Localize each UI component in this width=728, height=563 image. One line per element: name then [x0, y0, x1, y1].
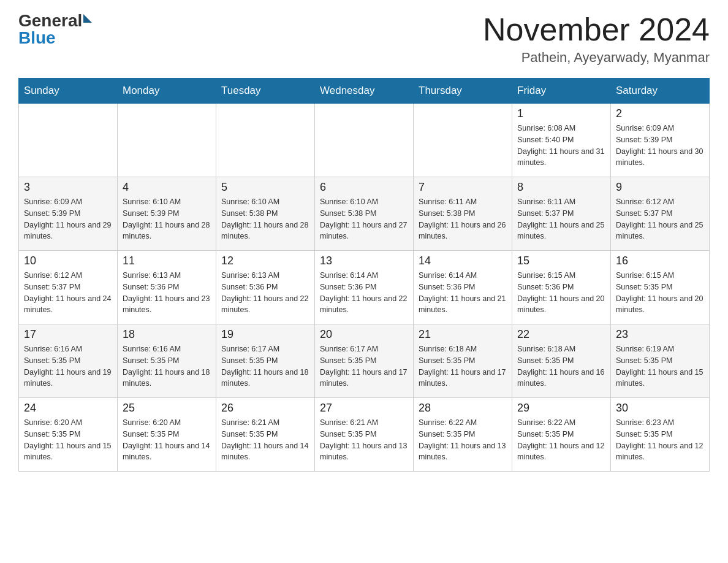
calendar-cell: 18 Sunrise: 6:16 AMSunset: 5:35 PMDaylig…: [118, 324, 216, 398]
day-info: Sunrise: 6:12 AMSunset: 5:37 PMDaylight:…: [616, 197, 703, 240]
calendar-cell: 7 Sunrise: 6:11 AMSunset: 5:38 PMDayligh…: [414, 177, 512, 251]
calendar-week-row: 3 Sunrise: 6:09 AMSunset: 5:39 PMDayligh…: [19, 177, 710, 251]
day-info: Sunrise: 6:13 AMSunset: 5:36 PMDaylight:…: [221, 271, 308, 314]
day-info: Sunrise: 6:21 AMSunset: 5:35 PMDaylight:…: [221, 418, 308, 461]
logo-blue: Blue: [18, 28, 56, 47]
day-number: 14: [419, 255, 507, 267]
calendar-table: Sunday Monday Tuesday Wednesday Thursday…: [18, 78, 710, 472]
col-friday: Friday: [512, 79, 611, 104]
calendar-cell: 19 Sunrise: 6:17 AMSunset: 5:35 PMDaylig…: [216, 324, 315, 398]
day-number: 29: [517, 402, 605, 415]
logo-general: General: [18, 12, 82, 29]
day-number: 19: [221, 328, 309, 341]
day-number: 1: [517, 107, 605, 120]
logo-arrow-icon: [83, 14, 92, 23]
calendar-cell: 30 Sunrise: 6:23 AMSunset: 5:35 PMDaylig…: [611, 398, 710, 472]
calendar-week-row: 10 Sunrise: 6:12 AMSunset: 5:37 PMDaylig…: [19, 251, 710, 324]
day-info: Sunrise: 6:17 AMSunset: 5:35 PMDaylight:…: [221, 345, 308, 388]
calendar-cell: 23 Sunrise: 6:19 AMSunset: 5:35 PMDaylig…: [611, 324, 710, 398]
day-info: Sunrise: 6:23 AMSunset: 5:35 PMDaylight:…: [616, 418, 703, 461]
col-tuesday: Tuesday: [216, 79, 315, 104]
calendar-cell: 8 Sunrise: 6:11 AMSunset: 5:37 PMDayligh…: [512, 177, 611, 251]
calendar-cell: [414, 104, 512, 177]
day-info: Sunrise: 6:18 AMSunset: 5:35 PMDaylight:…: [517, 345, 604, 388]
day-info: Sunrise: 6:18 AMSunset: 5:35 PMDaylight:…: [419, 345, 506, 388]
calendar-cell: 4 Sunrise: 6:10 AMSunset: 5:39 PMDayligh…: [118, 177, 216, 251]
day-number: 15: [517, 255, 605, 267]
day-info: Sunrise: 6:09 AMSunset: 5:39 PMDaylight:…: [24, 197, 111, 240]
day-number: 13: [320, 255, 408, 267]
calendar-cell: 27 Sunrise: 6:21 AMSunset: 5:35 PMDaylig…: [315, 398, 414, 472]
day-info: Sunrise: 6:08 AMSunset: 5:40 PMDaylight:…: [517, 124, 604, 167]
col-thursday: Thursday: [414, 79, 512, 104]
day-number: 28: [419, 402, 507, 415]
calendar-week-row: 17 Sunrise: 6:16 AMSunset: 5:35 PMDaylig…: [19, 324, 710, 398]
day-info: Sunrise: 6:12 AMSunset: 5:37 PMDaylight:…: [24, 271, 111, 314]
day-info: Sunrise: 6:20 AMSunset: 5:35 PMDaylight:…: [123, 418, 210, 461]
calendar-cell: 13 Sunrise: 6:14 AMSunset: 5:36 PMDaylig…: [315, 251, 414, 324]
day-info: Sunrise: 6:15 AMSunset: 5:35 PMDaylight:…: [616, 271, 703, 314]
calendar-cell: 10 Sunrise: 6:12 AMSunset: 5:37 PMDaylig…: [19, 251, 118, 324]
day-number: 30: [616, 402, 704, 415]
calendar-header-row: Sunday Monday Tuesday Wednesday Thursday…: [19, 79, 710, 104]
calendar-cell: 14 Sunrise: 6:14 AMSunset: 5:36 PMDaylig…: [414, 251, 512, 324]
title-block: November 2024 Pathein, Ayeyarwady, Myanm…: [483, 12, 710, 66]
col-monday: Monday: [118, 79, 216, 104]
calendar-cell: 22 Sunrise: 6:18 AMSunset: 5:35 PMDaylig…: [512, 324, 611, 398]
logo: General Blue: [18, 12, 92, 47]
page-title: November 2024: [483, 12, 710, 47]
calendar-cell: 26 Sunrise: 6:21 AMSunset: 5:35 PMDaylig…: [216, 398, 315, 472]
calendar-cell: 5 Sunrise: 6:10 AMSunset: 5:38 PMDayligh…: [216, 177, 315, 251]
day-info: Sunrise: 6:11 AMSunset: 5:38 PMDaylight:…: [419, 197, 506, 240]
calendar-cell: 16 Sunrise: 6:15 AMSunset: 5:35 PMDaylig…: [611, 251, 710, 324]
day-number: 18: [123, 328, 211, 341]
page-header: General Blue November 2024 Pathein, Ayey…: [18, 12, 710, 66]
day-number: 10: [24, 255, 112, 267]
day-info: Sunrise: 6:17 AMSunset: 5:35 PMDaylight:…: [320, 345, 407, 388]
calendar-cell: 24 Sunrise: 6:20 AMSunset: 5:35 PMDaylig…: [19, 398, 118, 472]
calendar-cell: 25 Sunrise: 6:20 AMSunset: 5:35 PMDaylig…: [118, 398, 216, 472]
day-info: Sunrise: 6:09 AMSunset: 5:39 PMDaylight:…: [616, 124, 703, 167]
calendar-cell: 6 Sunrise: 6:10 AMSunset: 5:38 PMDayligh…: [315, 177, 414, 251]
day-number: 12: [221, 255, 309, 267]
day-info: Sunrise: 6:22 AMSunset: 5:35 PMDaylight:…: [419, 418, 506, 461]
day-info: Sunrise: 6:16 AMSunset: 5:35 PMDaylight:…: [24, 345, 111, 388]
day-number: 8: [517, 181, 605, 194]
calendar-cell: 3 Sunrise: 6:09 AMSunset: 5:39 PMDayligh…: [19, 177, 118, 251]
calendar-cell: 17 Sunrise: 6:16 AMSunset: 5:35 PMDaylig…: [19, 324, 118, 398]
page-subtitle: Pathein, Ayeyarwady, Myanmar: [483, 50, 710, 66]
calendar-cell: [19, 104, 118, 177]
day-number: 6: [320, 181, 408, 194]
calendar-cell: 29 Sunrise: 6:22 AMSunset: 5:35 PMDaylig…: [512, 398, 611, 472]
day-number: 3: [24, 181, 112, 194]
calendar-cell: 28 Sunrise: 6:22 AMSunset: 5:35 PMDaylig…: [414, 398, 512, 472]
day-number: 5: [221, 181, 309, 194]
calendar-cell: 11 Sunrise: 6:13 AMSunset: 5:36 PMDaylig…: [118, 251, 216, 324]
calendar-cell: 2 Sunrise: 6:09 AMSunset: 5:39 PMDayligh…: [611, 104, 710, 177]
day-number: 21: [419, 328, 507, 341]
day-number: 7: [419, 181, 507, 194]
day-number: 27: [320, 402, 408, 415]
day-number: 23: [616, 328, 704, 341]
calendar-cell: 21 Sunrise: 6:18 AMSunset: 5:35 PMDaylig…: [414, 324, 512, 398]
day-info: Sunrise: 6:16 AMSunset: 5:35 PMDaylight:…: [123, 345, 210, 388]
day-number: 25: [123, 402, 211, 415]
day-number: 22: [517, 328, 605, 341]
day-info: Sunrise: 6:21 AMSunset: 5:35 PMDaylight:…: [320, 418, 407, 461]
day-info: Sunrise: 6:11 AMSunset: 5:37 PMDaylight:…: [517, 197, 604, 240]
day-info: Sunrise: 6:14 AMSunset: 5:36 PMDaylight:…: [419, 271, 506, 314]
day-info: Sunrise: 6:15 AMSunset: 5:36 PMDaylight:…: [517, 271, 604, 314]
day-number: 26: [221, 402, 309, 415]
calendar-cell: 1 Sunrise: 6:08 AMSunset: 5:40 PMDayligh…: [512, 104, 611, 177]
day-info: Sunrise: 6:10 AMSunset: 5:38 PMDaylight:…: [320, 197, 407, 240]
calendar-cell: 15 Sunrise: 6:15 AMSunset: 5:36 PMDaylig…: [512, 251, 611, 324]
calendar-cell: [216, 104, 315, 177]
day-number: 20: [320, 328, 408, 341]
calendar-cell: [315, 104, 414, 177]
day-info: Sunrise: 6:19 AMSunset: 5:35 PMDaylight:…: [616, 345, 703, 388]
day-info: Sunrise: 6:13 AMSunset: 5:36 PMDaylight:…: [123, 271, 210, 314]
day-info: Sunrise: 6:14 AMSunset: 5:36 PMDaylight:…: [320, 271, 407, 314]
calendar-cell: 20 Sunrise: 6:17 AMSunset: 5:35 PMDaylig…: [315, 324, 414, 398]
day-info: Sunrise: 6:22 AMSunset: 5:35 PMDaylight:…: [517, 418, 604, 461]
calendar-week-row: 24 Sunrise: 6:20 AMSunset: 5:35 PMDaylig…: [19, 398, 710, 472]
